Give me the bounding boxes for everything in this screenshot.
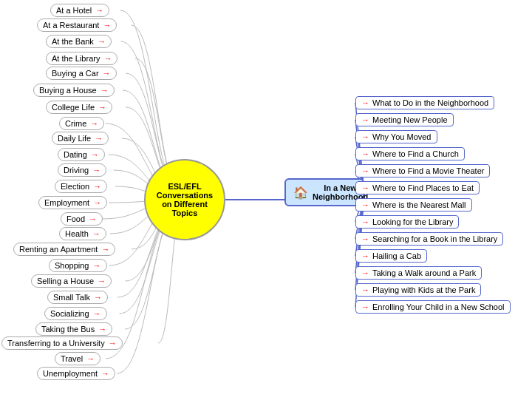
left-topic-dating[interactable]: Dating→	[58, 148, 105, 161]
arrow-icon: →	[93, 198, 101, 207]
arrow-icon: →	[361, 166, 369, 175]
arrow-icon: →	[361, 183, 369, 192]
arrow-icon: →	[98, 37, 106, 46]
topic-label: Taking the Bus	[41, 325, 95, 334]
right-topic-school[interactable]: →Enrolling Your Child in a New School	[355, 300, 511, 314]
topic-label: Crime	[65, 119, 86, 128]
arrow-icon: →	[92, 229, 100, 238]
topic-label: Selling a House	[37, 277, 94, 285]
subtopic-label: Meeting New People	[372, 115, 448, 124]
topic-label: Buying a Car	[52, 69, 99, 78]
left-topic-driving[interactable]: Driving→	[58, 163, 106, 177]
left-topic-travel[interactable]: Travel→	[55, 352, 100, 365]
left-topic-smalltalk[interactable]: Small Talk→	[47, 291, 108, 304]
left-topic-shopping[interactable]: Shopping→	[49, 259, 107, 272]
arrow-icon: →	[103, 54, 112, 63]
topic-label: Renting an Apartment	[19, 245, 98, 254]
left-topic-college[interactable]: College Life→	[46, 101, 112, 114]
right-topic-theater[interactable]: →Where to Find a Movie Theater	[355, 164, 490, 177]
right-topic-mall[interactable]: →Where is the Nearest Mall	[355, 198, 472, 212]
arrow-icon: →	[93, 309, 101, 318]
arrow-icon: →	[361, 217, 369, 226]
topic-label: Travel	[61, 354, 83, 363]
arrow-icon: →	[89, 214, 97, 223]
arrow-icon: →	[93, 182, 101, 191]
topic-label: College Life	[52, 103, 95, 112]
topic-label: Transferring to a University	[7, 339, 105, 348]
right-topic-cab[interactable]: →Hailing a Cab	[355, 249, 427, 263]
arrow-icon: →	[93, 261, 101, 270]
right-topic-findlibrary[interactable]: →Looking for the Library	[355, 215, 459, 229]
right-topic-whymoved[interactable]: →Why You Moved	[355, 130, 437, 143]
subtopic-label: Enrolling Your Child in a New School	[372, 302, 505, 311]
arrow-icon: →	[86, 354, 95, 363]
subtopic-label: Playing with Kids at the Park	[372, 285, 475, 294]
left-topic-selling[interactable]: Selling a House→	[31, 274, 112, 288]
right-topic-kids[interactable]: →Playing with Kids at the Park	[355, 283, 481, 297]
topic-label: Daily Life	[58, 134, 91, 143]
topic-label: Driving	[64, 166, 89, 175]
left-topic-renting[interactable]: Renting an Apartment→	[13, 243, 115, 256]
arrow-icon: →	[361, 149, 369, 158]
right-topic-booklib[interactable]: →Searching for a Book in the Library	[355, 232, 503, 246]
center-node: ESL/EFL Conversations on Different Topic…	[144, 159, 225, 240]
left-topic-restaurant[interactable]: At a Restaurant→	[37, 18, 117, 32]
arrow-icon: →	[95, 134, 103, 143]
arrow-icon: →	[91, 150, 99, 159]
topic-label: Health	[65, 229, 89, 238]
topic-label: At a Hotel	[56, 6, 92, 15]
topic-label: Small Talk	[53, 293, 90, 302]
topic-label: Election	[61, 182, 89, 191]
arrow-icon: →	[361, 234, 369, 243]
arrow-icon: →	[100, 86, 109, 95]
topic-label: Socializing	[50, 309, 89, 318]
left-topic-employment[interactable]: Employment→	[38, 196, 107, 209]
arrow-icon: →	[92, 166, 100, 175]
right-topic-walk[interactable]: →Taking a Walk around a Park	[355, 266, 482, 280]
arrow-icon: →	[101, 245, 109, 254]
left-topic-crime[interactable]: Crime→	[59, 117, 104, 130]
topic-label: Buying a House	[39, 86, 97, 95]
left-topic-buying-house[interactable]: Buying a House→	[33, 84, 115, 97]
subtopic-label: Where to Find a Church	[372, 149, 459, 158]
left-topic-library[interactable]: At the Library→	[46, 52, 117, 65]
subtopic-label: Looking for the Library	[372, 217, 453, 226]
topic-label: At a Restaurant	[43, 21, 99, 30]
subtopic-label: What to Do in the Neighborhood	[372, 98, 488, 107]
topic-label: Shopping	[55, 261, 89, 270]
arrow-icon: →	[90, 119, 98, 128]
left-topic-unemployment[interactable]: Unemployment→	[37, 367, 115, 380]
topic-label: Unemployment	[43, 369, 98, 378]
mindmap: ESL/EFL Conversations on Different Topic…	[0, 0, 532, 406]
left-topic-bank[interactable]: At the Bank→	[46, 35, 112, 48]
arrow-icon: →	[94, 293, 102, 302]
topic-label: Food	[66, 214, 85, 223]
arrow-icon: →	[103, 69, 111, 78]
subtopic-label: Taking a Walk around a Park	[372, 268, 476, 277]
right-topic-meeting[interactable]: →Meeting New People	[355, 113, 454, 126]
left-topic-transferring[interactable]: Transferring to a University→	[1, 336, 123, 350]
topic-label: At the Library	[52, 54, 100, 63]
arrow-icon: →	[98, 325, 106, 334]
left-topic-food[interactable]: Food→	[61, 212, 103, 226]
arrow-icon: →	[98, 277, 106, 285]
left-topic-socializing[interactable]: Socializing→	[44, 307, 107, 320]
arrow-icon: →	[361, 251, 369, 260]
arrow-icon: →	[361, 302, 369, 311]
left-topic-bus[interactable]: Taking the Bus→	[35, 322, 112, 336]
right-topic-eat[interactable]: →Where to Find Places to Eat	[355, 181, 480, 194]
topic-label: Dating	[64, 150, 87, 159]
left-topic-election[interactable]: Election→	[55, 180, 107, 193]
arrow-icon: →	[361, 98, 369, 107]
arrow-icon: →	[98, 103, 106, 112]
arrow-icon: →	[361, 132, 369, 141]
left-topic-daily[interactable]: Daily Life→	[52, 132, 109, 145]
right-topic-whatdo[interactable]: →What to Do in the Neighborhood	[355, 96, 494, 109]
topic-label: At the Bank	[52, 37, 94, 46]
center-label: ESL/EFL Conversations on Different Topic…	[157, 182, 213, 217]
left-topic-health[interactable]: Health→	[59, 227, 106, 240]
left-topic-hotel[interactable]: At a Hotel→	[50, 4, 109, 17]
neighborhood-node[interactable]: 🏠 In a New Neighborhood	[284, 178, 364, 206]
right-topic-church[interactable]: →Where to Find a Church	[355, 147, 465, 160]
left-topic-buying-car[interactable]: Buying a Car→	[46, 67, 117, 80]
